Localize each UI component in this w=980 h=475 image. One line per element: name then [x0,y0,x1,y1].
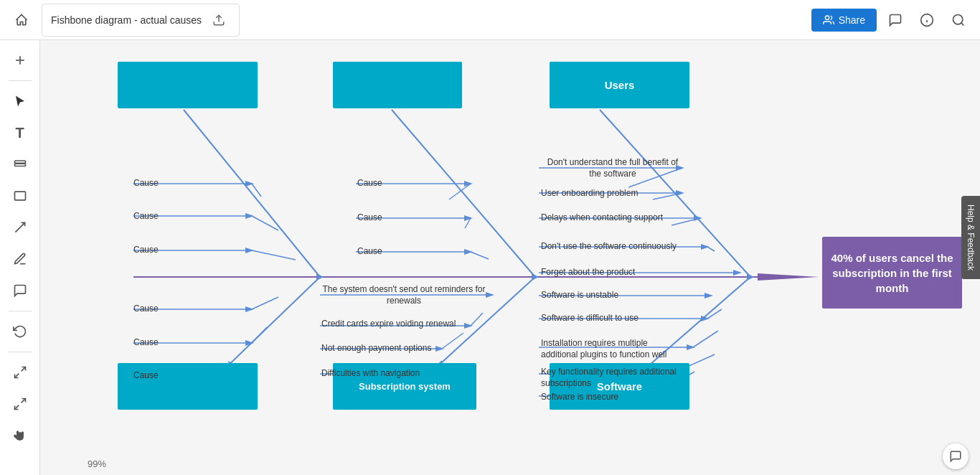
cause-right-bot-5: Software is insecure [541,392,618,402]
undo-button[interactable] [6,317,34,346]
cursor-tool-button[interactable] [6,87,34,116]
svg-marker-53 [486,292,494,298]
search-button[interactable] [946,7,971,33]
svg-point-5 [953,14,963,24]
cause-right-top-1: Don't understand the full benefit of the… [541,157,684,179]
cause-mid-bot-4: Difficulties with navigation [321,368,420,378]
info-button[interactable] [914,7,940,33]
effect-text: 40% of users cancel the subscription in … [829,250,955,296]
svg-line-87 [693,331,718,347]
cause-right-top-3: Delays when contacting support [541,212,663,222]
svg-line-33 [252,297,278,309]
svg-rect-9 [14,161,25,163]
pen-tool-button[interactable] [6,245,34,273]
svg-marker-81 [705,293,713,298]
cause-left-4: Cause [133,304,159,314]
svg-marker-47 [464,215,473,221]
cause-right-bot-3: Installation requires multiple additiona… [541,338,684,360]
home-button[interactable] [9,7,34,33]
subscription-label: Subscription system [359,381,451,392]
category-box-users-top[interactable]: Users [550,62,689,108]
users-label: Users [605,79,635,91]
rectangle-tool-button[interactable] [6,182,34,210]
add-tool-button[interactable] [6,46,34,75]
svg-line-12 [15,222,24,232]
cause-mid-1: Cause [357,178,382,188]
hand-tool-button[interactable] [6,421,34,450]
svg-rect-11 [14,192,25,200]
chat-button[interactable] [943,443,969,469]
svg-rect-10 [14,164,25,166]
svg-line-13 [21,367,25,372]
svg-line-51 [471,252,489,259]
cause-right-bot-1: Software is unstable [541,290,618,300]
svg-line-36 [252,327,267,343]
svg-line-27 [252,216,278,230]
svg-line-30 [252,250,296,260]
category-box-2-top[interactable] [333,62,462,108]
export-button[interactable] [207,9,230,32]
cause-right-bot-2: Software is difficult to use [541,313,639,323]
effect-box[interactable]: 40% of users cancel the subscription in … [822,237,962,309]
document-title: Fishbone diagram - actual causes [51,14,202,26]
svg-line-16 [14,405,19,410]
text-tool-button[interactable]: T [6,118,34,147]
svg-line-84 [707,309,722,319]
svg-marker-79 [733,270,742,276]
fit-screen-button[interactable] [6,358,34,387]
feedback-tab[interactable]: Help & Feedback [961,196,980,279]
layers-tool-button[interactable] [6,150,34,179]
cause-left-3: Cause [133,245,159,255]
category-box-1-top[interactable] [118,62,258,108]
share-label: Share [839,14,865,26]
cause-mid-bot-3: Not enough payment options [321,343,431,353]
svg-point-1 [825,16,829,19]
cause-right-top-5: Forget about the product [541,267,635,277]
svg-marker-55 [464,323,473,329]
cause-right-bot-4: Key functionality requires additional su… [541,367,684,389]
share-button[interactable]: Share [811,9,877,32]
svg-line-56 [471,313,483,326]
svg-line-74 [672,218,700,225]
svg-line-19 [184,110,320,277]
cause-mid-3: Cause [357,246,382,256]
arrow-tool-button[interactable] [6,213,34,242]
cause-left-2: Cause [133,211,159,221]
svg-line-15 [21,399,25,403]
cause-left-1: Cause [133,178,159,188]
canvas-area: Users Subscription system Software 40% o… [40,40,980,475]
svg-line-6 [961,22,964,25]
fullscreen-button[interactable] [6,390,34,418]
svg-line-14 [14,374,19,378]
left-toolbar: T [0,40,40,475]
zoom-level: 99% [88,458,106,469]
comments-button[interactable] [882,7,908,33]
svg-line-77 [707,247,715,251]
document-title-pill[interactable]: Fishbone diagram - actual causes [42,4,240,37]
cause-left-5: Cause [133,337,159,347]
cause-mid-bot-2: Credit cards expire voiding renewal [321,319,456,329]
cause-left-6: Cause [133,370,159,380]
cause-right-top-4: Don't use the software continuously [541,241,677,251]
svg-marker-18 [758,273,819,281]
comment-tool-button[interactable] [6,276,34,305]
cause-right-top-2: User onboarding problem [541,188,638,198]
cause-mid-2: Cause [357,212,382,222]
cause-mid-bot-1: The system doesn't send out reminders fo… [321,284,486,306]
